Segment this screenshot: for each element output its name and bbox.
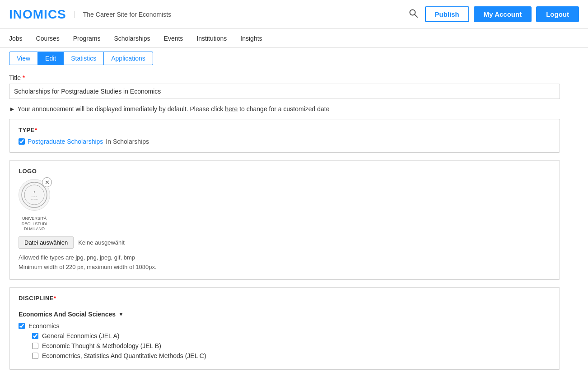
nav-jobs[interactable]: Jobs — [9, 35, 23, 42]
logo-hint-line1: Allowed file types are jpg, png, jpeg, g… — [19, 253, 157, 263]
discipline-required-marker: * — [54, 295, 56, 302]
discipline-group-arrow: ▼ — [118, 311, 124, 317]
discipline-economics-label: Economics — [28, 322, 59, 330]
logo-preview: ✦ UNIV MILANO ✕ — [19, 179, 50, 211]
type-required-marker: * — [35, 127, 37, 133]
logo-section: LOGO ✦ UNIV MILANO — [9, 160, 560, 280]
publish-button[interactable]: Publish — [425, 6, 469, 22]
discipline-economics: Economics — [19, 322, 551, 330]
discipline-general-economics: General Economics (JEL A) — [32, 332, 551, 340]
logo-hint: Allowed file types are jpg, png, jpeg, g… — [19, 253, 157, 272]
main-nav: Jobs Courses Programs Scholarships Event… — [0, 29, 588, 48]
my-account-button[interactable]: My Account — [474, 6, 532, 22]
nav-courses[interactable]: Courses — [36, 35, 60, 42]
type-row: Postgraduate Scholarships In Scholarship… — [19, 138, 551, 145]
discipline-econometrics-label: Econometrics, Statistics And Quantitativ… — [42, 352, 206, 359]
nav-events[interactable]: Events — [164, 35, 183, 42]
file-choose-button[interactable]: Datei auswählen — [19, 236, 74, 249]
svg-text:UNIV: UNIV — [32, 195, 37, 198]
type-section: TYPE* Postgraduate Scholarships In Schol… — [9, 119, 560, 153]
logo-hint-line2: Minimum width of 220 px, maximum width o… — [19, 263, 157, 272]
title-label: Title * — [9, 74, 560, 81]
nav-insights[interactable]: Insights — [240, 35, 262, 42]
svg-point-3 — [24, 185, 44, 205]
title-required-marker: * — [21, 74, 25, 81]
discipline-group-label: Economics And Social Sciences — [19, 311, 116, 318]
tab-statistics[interactable]: Statistics — [64, 52, 104, 65]
file-no-selected-label: Keine ausgewählt — [78, 239, 125, 246]
logo-section-title: LOGO — [19, 168, 551, 175]
discipline-group-header[interactable]: Economics And Social Sciences ▼ — [19, 311, 551, 318]
discipline-general-economics-label: General Economics (JEL A) — [42, 332, 119, 340]
checkbox-general-economics[interactable] — [32, 333, 38, 339]
file-input-row: Datei auswählen Keine ausgewählt — [19, 236, 125, 249]
title-input[interactable] — [9, 84, 560, 99]
notice-text: Your announcement will be displayed imme… — [18, 105, 330, 113]
header: INOMICS The Career Site for Economists P… — [0, 0, 588, 29]
discipline-economic-thought: Economic Thought & Methodology (JEL B) — [32, 342, 551, 349]
discipline-economic-thought-label: Economic Thought & Methodology (JEL B) — [42, 342, 161, 349]
header-actions: Publish My Account Logout — [406, 6, 579, 23]
type-checkbox[interactable] — [19, 138, 25, 145]
type-section-title: TYPE* — [19, 127, 551, 133]
site-logo: INOMICS — [9, 7, 66, 22]
edit-tabs: View Edit Statistics Applications — [0, 48, 588, 65]
checkbox-economics[interactable] — [19, 323, 25, 329]
discipline-section: DISCIPLINE* Economics And Social Science… — [9, 287, 560, 370]
logo-university-name: UNIVERSITÀ DEGLI STUDIDI MILANO — [19, 216, 50, 232]
title-field-group: Title * — [9, 74, 560, 99]
main-content: Title * ► Your announcement will be disp… — [0, 65, 569, 386]
svg-point-2 — [22, 182, 47, 208]
tab-applications[interactable]: Applications — [104, 52, 153, 65]
discipline-section-title: DISCIPLINE* — [19, 295, 551, 302]
logo-upload-area: ✦ UNIV MILANO ✕ UNIVERSITÀ DEGLI STUDIDI… — [19, 179, 551, 272]
announcement-notice: ► Your announcement will be displayed im… — [9, 105, 560, 113]
svg-text:MILANO: MILANO — [31, 198, 38, 201]
logout-button[interactable]: Logout — [536, 6, 579, 22]
nav-scholarships[interactable]: Scholarships — [114, 35, 150, 42]
svg-text:✦: ✦ — [33, 190, 36, 194]
site-tagline: The Career Site for Economists — [75, 11, 171, 18]
notice-arrow: ► — [9, 105, 15, 113]
search-button[interactable] — [406, 6, 420, 23]
tab-edit[interactable]: Edit — [38, 52, 64, 65]
type-link[interactable]: Postgraduate Scholarships — [28, 138, 103, 145]
nav-programs[interactable]: Programs — [73, 35, 101, 42]
checkbox-economic-thought[interactable] — [32, 343, 38, 349]
type-context-label: In Scholarships — [106, 138, 149, 145]
notice-link[interactable]: here — [225, 105, 238, 113]
nav-institutions[interactable]: Institutions — [196, 35, 227, 42]
checkbox-econometrics[interactable] — [32, 353, 38, 359]
tab-view[interactable]: View — [9, 52, 38, 65]
discipline-econometrics: Econometrics, Statistics And Quantitativ… — [32, 352, 551, 359]
svg-line-1 — [415, 14, 417, 17]
logo-remove-button[interactable]: ✕ — [42, 177, 52, 187]
